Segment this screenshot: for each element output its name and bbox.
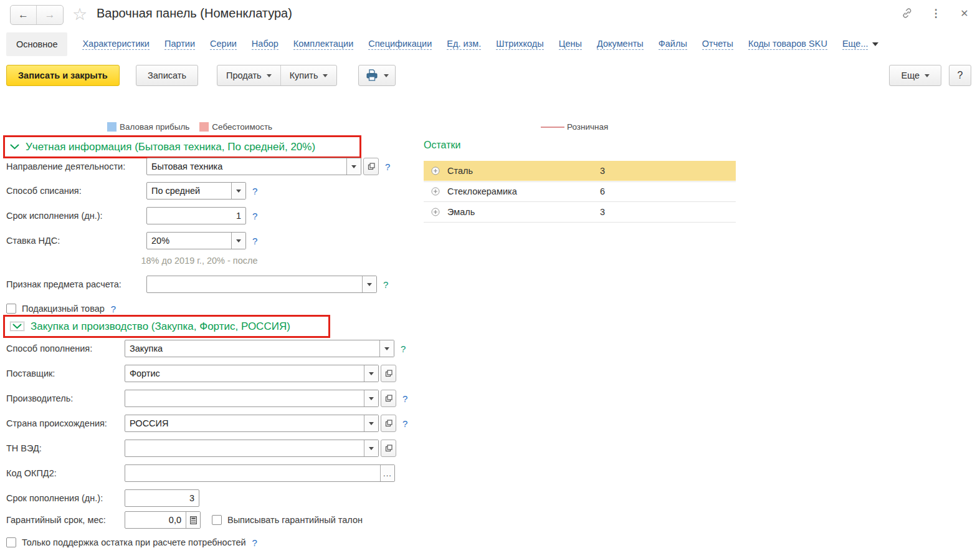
help-link[interactable]: ? (402, 393, 407, 404)
collapse-chevron-icon[interactable] (10, 144, 19, 150)
tab-more[interactable]: Еще... (842, 32, 879, 56)
dropdown-button[interactable] (362, 276, 376, 292)
more-button[interactable]: Еще (889, 65, 941, 86)
origin-country-input[interactable] (125, 415, 364, 431)
save-and-close-button[interactable]: Записать и закрыть (6, 65, 120, 86)
toolbar: Записать и закрыть Записать Продать Купи… (0, 65, 980, 90)
okpd2-input[interactable] (125, 465, 380, 481)
tab-sku-codes[interactable]: Коды товаров SKU (748, 32, 827, 56)
help-link[interactable]: ? (402, 418, 407, 429)
chevron-down-icon (369, 372, 374, 375)
tab-kits[interactable]: Комплектации (293, 32, 353, 56)
open-button[interactable] (381, 365, 396, 382)
stock-qty: 3 (600, 166, 605, 176)
stock-row[interactable]: Стеклокерамика 6 (424, 181, 736, 202)
field-label: Направление деятельности: (6, 161, 146, 171)
stock-row[interactable]: Сталь 3 (424, 161, 736, 181)
replenish-method-input[interactable] (125, 340, 379, 357)
stock-name: Стеклокерамика (447, 186, 517, 196)
support-balance-checkbox[interactable] (6, 537, 16, 547)
choose-button[interactable]: ... (380, 465, 394, 481)
back-button[interactable]: ← (11, 6, 37, 24)
dropdown-button[interactable] (364, 390, 378, 406)
manufacturer-field (125, 390, 379, 407)
section-accounting-header[interactable]: Учетная информация (Бытовая техника, По … (3, 135, 361, 158)
gross-profit-swatch (107, 122, 117, 132)
tnved-input[interactable] (125, 440, 364, 456)
tab-set[interactable]: Набор (252, 32, 278, 56)
tab-specifications[interactable]: Спецификации (368, 32, 432, 56)
chevron-down-icon (384, 74, 389, 77)
help-link[interactable]: ? (111, 304, 116, 314)
help-link[interactable]: ? (383, 279, 388, 290)
save-button[interactable]: Записать (136, 65, 198, 86)
expand-plus-icon[interactable] (431, 208, 440, 216)
tnved-field (125, 440, 379, 457)
retail-legend: Розничная (541, 122, 608, 132)
tab-reports[interactable]: Отчеты (702, 32, 733, 56)
vat-rate-input[interactable] (147, 233, 231, 249)
dropdown-button[interactable] (346, 158, 361, 175)
chevron-down-icon (323, 74, 328, 77)
tab-barcodes[interactable]: Штрихкоды (496, 32, 543, 56)
calc-subject-input[interactable] (147, 276, 362, 292)
chevron-down-icon (925, 74, 930, 77)
replenish-days-input[interactable] (125, 490, 199, 506)
dropdown-button[interactable] (231, 233, 245, 249)
collapse-chevron-icon[interactable] (10, 322, 24, 331)
tab-series[interactable]: Серии (210, 32, 237, 56)
warranty-months-input[interactable] (125, 512, 186, 528)
chevron-down-icon (267, 74, 272, 77)
vat-rate-field (146, 232, 246, 249)
checkbox-label: Подакцизный товар (22, 304, 105, 314)
manufacturer-input[interactable] (125, 390, 364, 406)
dropdown-button[interactable] (379, 340, 394, 357)
help-link[interactable]: ? (252, 537, 257, 548)
help-link[interactable]: ? (252, 211, 257, 221)
favorite-star-icon[interactable]: ☆ (72, 4, 87, 25)
forward-button[interactable]: → (37, 6, 63, 24)
help-link[interactable]: ? (252, 236, 257, 246)
tab-files[interactable]: Файлы (659, 32, 687, 56)
print-button[interactable] (358, 65, 396, 86)
tab-documents[interactable]: Документы (597, 32, 644, 56)
warranty-card-checkbox[interactable] (212, 515, 222, 525)
supplier-input[interactable] (125, 365, 364, 382)
dropdown-button[interactable] (364, 440, 378, 456)
open-button[interactable] (363, 158, 379, 175)
writeoff-method-input[interactable] (147, 183, 231, 199)
help-button[interactable]: ? (949, 65, 971, 86)
business-area-input[interactable] (147, 158, 346, 175)
close-icon[interactable]: ✕ (958, 6, 971, 20)
dropdown-button[interactable] (231, 183, 245, 199)
expand-plus-icon[interactable] (431, 166, 440, 175)
menu-kebab-icon[interactable]: ⋮ (929, 6, 943, 20)
calculator-button[interactable] (186, 512, 200, 528)
help-link[interactable]: ? (252, 186, 257, 196)
tab-prices[interactable]: Цены (559, 32, 582, 56)
open-button[interactable] (381, 415, 396, 432)
get-link-icon[interactable] (900, 6, 914, 20)
dropdown-button[interactable] (364, 415, 378, 431)
open-button[interactable] (381, 440, 396, 457)
dropdown-button[interactable] (364, 365, 378, 382)
stock-name: Сталь (447, 166, 473, 176)
buy-button[interactable]: Купить (280, 65, 337, 85)
fulfillment-days-input[interactable] (147, 208, 245, 224)
tab-batches[interactable]: Партии (164, 32, 195, 56)
expand-plus-icon[interactable] (431, 187, 440, 196)
section-procurement-header[interactable]: Закупка и производство (Закупка, Фортис,… (3, 315, 330, 338)
forward-arrow-icon: → (45, 9, 55, 21)
help-link[interactable]: ? (385, 161, 390, 172)
stock-name: Эмаль (447, 207, 475, 217)
excisable-checkbox[interactable] (6, 304, 16, 314)
tab-units[interactable]: Ед. изм. (447, 32, 481, 56)
tab-characteristics[interactable]: Характеристики (82, 32, 150, 56)
field-label: Ставка НДС: (6, 236, 146, 246)
help-link[interactable]: ? (401, 344, 406, 354)
sell-button[interactable]: Продать (217, 65, 280, 85)
tab-main[interactable]: Основное (6, 32, 67, 56)
open-button[interactable] (381, 390, 396, 407)
stock-row[interactable]: Эмаль 3 (424, 202, 736, 223)
chevron-down-icon (369, 397, 374, 400)
